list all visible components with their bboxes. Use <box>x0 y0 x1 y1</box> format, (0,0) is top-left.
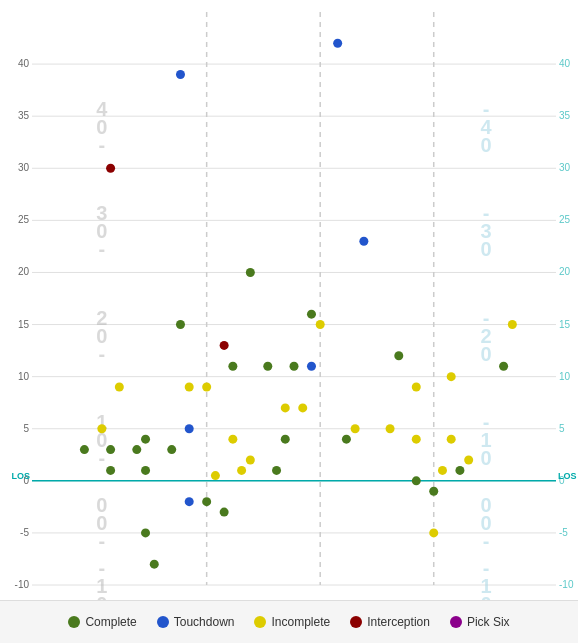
legend-item-incomplete: Incomplete <box>254 615 330 629</box>
legend-dot <box>450 616 462 628</box>
chart-container <box>0 0 578 600</box>
legend-label: Incomplete <box>271 615 330 629</box>
legend-label: Pick Six <box>467 615 510 629</box>
legend: CompleteTouchdownIncompleteInterceptionP… <box>0 600 578 643</box>
legend-dot <box>157 616 169 628</box>
legend-dot <box>350 616 362 628</box>
legend-item-touchdown: Touchdown <box>157 615 235 629</box>
legend-item-pick-six: Pick Six <box>450 615 510 629</box>
legend-item-complete: Complete <box>68 615 136 629</box>
legend-label: Touchdown <box>174 615 235 629</box>
legend-label: Complete <box>85 615 136 629</box>
legend-label: Interception <box>367 615 430 629</box>
legend-item-interception: Interception <box>350 615 430 629</box>
legend-dot <box>68 616 80 628</box>
legend-dot <box>254 616 266 628</box>
